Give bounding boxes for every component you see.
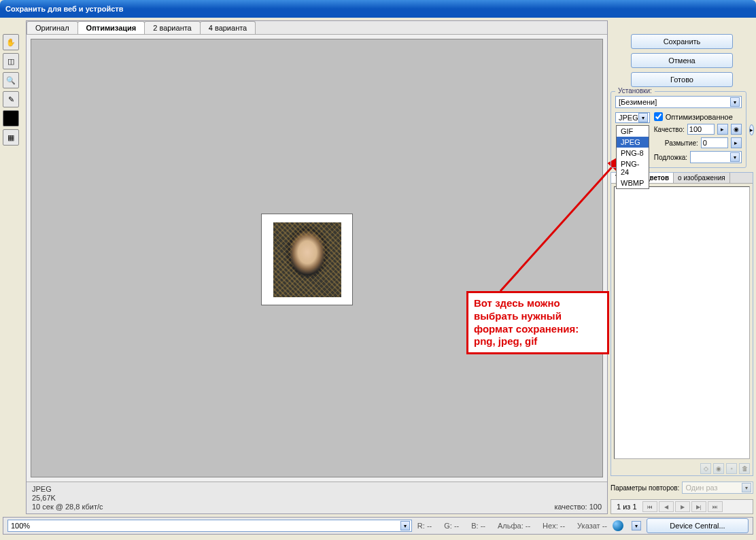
- chevron-down-icon: ▾: [730, 152, 740, 162]
- preset-value: [Безимени]: [619, 98, 657, 106]
- zoom-value: 100%: [11, 522, 30, 530]
- first-frame-icon[interactable]: ⏮: [642, 501, 657, 512]
- titlebar: Сохранить для веб и устройств: [0, 0, 756, 18]
- tab-4up[interactable]: 4 варианта: [200, 21, 256, 34]
- view-tabs: Оригинал Оптимизация 2 варианта 4 вариан…: [27, 21, 607, 35]
- next-frame-icon[interactable]: ▶|: [691, 501, 706, 512]
- last-frame-icon[interactable]: ⏭: [708, 501, 723, 512]
- color-readouts: R: -- G: -- B: -- Альфа: -- Hex: -- Указ…: [417, 522, 607, 530]
- browser-preview-icon[interactable]: [613, 520, 623, 531]
- quality-slider-icon[interactable]: ▸: [717, 124, 728, 135]
- format-select[interactable]: JPEG ▾ GIF JPEG PNG-8 PNG-24 WBMP: [615, 112, 650, 123]
- repeat-value: Один раз: [685, 484, 717, 492]
- device-central-button[interactable]: Device Central...: [647, 518, 749, 533]
- readout-hex: Hex: --: [543, 522, 565, 530]
- status-bar: 100% ▾ R: -- G: -- B: -- Альфа: -- Hex: …: [3, 517, 753, 535]
- save-button[interactable]: Сохранить: [631, 34, 733, 49]
- trash-icon[interactable]: 🗑: [739, 463, 750, 474]
- chevron-down-icon: ▾: [742, 483, 751, 492]
- color-swatch[interactable]: [3, 110, 19, 126]
- frame-counter: 1 из 1: [613, 503, 641, 511]
- settings-panel: Сохранить Отмена Готово Установки: [Бези…: [611, 20, 753, 514]
- panel-menu-icon[interactable]: ▸: [749, 124, 754, 135]
- optimized-label: Оптимизированное: [666, 113, 733, 121]
- quality-label: Качество:: [654, 126, 685, 133]
- repeat-select: Один раз ▾: [682, 482, 753, 494]
- preview-area: Оригинал Оптимизация 2 варианта 4 вариан…: [26, 20, 608, 514]
- chevron-down-icon[interactable]: ▾: [632, 521, 641, 530]
- annotation-callout: Вот здесь можно выбрать нужный формат со…: [466, 291, 609, 354]
- quality-input[interactable]: [687, 124, 715, 135]
- readout-g: G: --: [444, 522, 459, 530]
- preview-info-bar: JPEG 25,67K 10 сек @ 28,8 кбит/с качеств…: [27, 482, 607, 513]
- image-preview[interactable]: [261, 214, 353, 305]
- done-button[interactable]: Готово: [631, 72, 733, 87]
- readout-index: Указат --: [577, 522, 607, 530]
- tab-2up[interactable]: 2 варианта: [144, 21, 201, 34]
- color-table-footer: ◇ ◉ ▫ 🗑: [611, 462, 753, 475]
- format-option-png8[interactable]: PNG-8: [617, 148, 649, 158]
- readout-alpha: Альфа: --: [498, 522, 530, 530]
- window-title: Сохранить для веб и устройств: [5, 5, 123, 13]
- zoom-tool-icon[interactable]: 🔍: [3, 72, 19, 88]
- preset-label: Установки:: [615, 87, 655, 95]
- slice-tool-icon[interactable]: ◫: [3, 53, 19, 69]
- tab-image-size[interactable]: о изображения: [674, 173, 730, 183]
- tab-original[interactable]: Оригинал: [27, 21, 78, 34]
- animation-playback: 1 из 1 ⏮ ◀ ▶ ▶| ⏭: [611, 499, 753, 514]
- ct-add-icon[interactable]: ▫: [726, 463, 737, 474]
- zoom-select[interactable]: 100% ▾: [7, 520, 412, 532]
- chevron-down-icon: ▾: [400, 521, 410, 530]
- preview-canvas[interactable]: Вот здесь можно выбрать нужный формат со…: [31, 39, 603, 477]
- prev-frame-icon[interactable]: ◀: [659, 501, 674, 512]
- format-option-png24[interactable]: PNG-24: [617, 158, 649, 178]
- ct-lock-icon[interactable]: ◉: [713, 463, 724, 474]
- format-option-gif[interactable]: GIF: [617, 126, 649, 137]
- color-table-panel: Таблица цветов о изображения ◇ ◉ ▫ 🗑: [611, 172, 753, 476]
- tab-optimized[interactable]: Оптимизация: [78, 21, 145, 34]
- blur-input[interactable]: [701, 137, 728, 148]
- toolbox: ✋ ◫ 🔍 ✎ ▦: [3, 20, 23, 514]
- hand-tool-icon[interactable]: ✋: [3, 34, 19, 50]
- readout-r: R: --: [417, 522, 432, 530]
- svg-line-0: [500, 155, 623, 291]
- annotation-text: Вот здесь можно выбрать нужный формат со…: [474, 297, 602, 348]
- color-table-body: [614, 186, 750, 459]
- ct-snap-icon[interactable]: ◇: [700, 463, 711, 474]
- play-icon[interactable]: ▶: [675, 501, 690, 512]
- portrait-image: [273, 222, 341, 297]
- format-value: JPEG: [619, 114, 638, 122]
- toggle-slices-icon[interactable]: ▦: [3, 129, 19, 146]
- optimized-checkbox[interactable]: [654, 112, 663, 121]
- readout-b: B: --: [471, 522, 485, 530]
- format-dropdown-list: GIF JPEG PNG-8 PNG-24 WBMP: [616, 125, 649, 189]
- matte-label: Подложка:: [654, 154, 687, 161]
- info-download-time: 10 сек @ 28,8 кбит/с: [32, 503, 103, 511]
- info-format: JPEG: [32, 485, 103, 493]
- cancel-button[interactable]: Отмена: [631, 53, 733, 68]
- quality-menu-icon[interactable]: ◉: [731, 124, 742, 135]
- matte-select[interactable]: ▾: [690, 151, 742, 163]
- blur-slider-icon[interactable]: ▸: [731, 137, 742, 148]
- eyedropper-tool-icon[interactable]: ✎: [3, 91, 19, 107]
- blur-label: Размытие:: [665, 139, 698, 147]
- info-filesize: 25,67K: [32, 494, 103, 502]
- chevron-down-icon: ▾: [638, 113, 648, 122]
- chevron-down-icon: ▾: [730, 97, 740, 107]
- format-option-wbmp[interactable]: WBMP: [617, 178, 649, 188]
- format-option-jpeg[interactable]: JPEG: [617, 137, 649, 148]
- info-quality: качество: 100: [554, 503, 602, 511]
- repeat-label: Параметры повторов:: [611, 484, 679, 492]
- preset-select[interactable]: [Безимени] ▾: [615, 96, 742, 108]
